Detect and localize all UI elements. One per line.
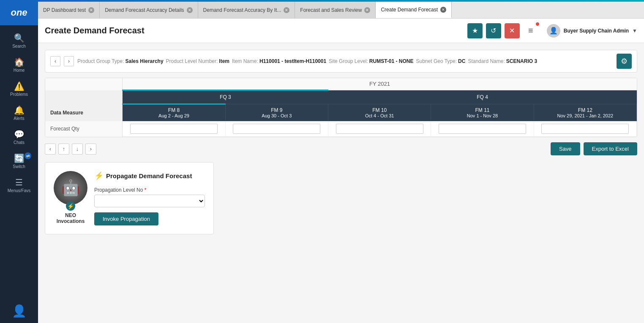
sidebar-item-label-menus: Menus/Favs	[8, 188, 30, 193]
propagation-level-label: Propagation Level No *	[94, 187, 205, 193]
fm8-dates: Aug 2 - Aug 29	[124, 113, 223, 118]
sidebar-item-menus[interactable]: ☰ Menus/Favs	[0, 173, 38, 197]
fm8-label: FM 8	[124, 107, 223, 113]
app-logo[interactable]: one	[0, 0, 38, 25]
sidebar-item-home[interactable]: 🏠 Home	[0, 53, 38, 77]
tab-demand-forecast-by-item[interactable]: Demand Forecast Accuracy By It... ✕	[198, 2, 295, 18]
tab-close-create-demand-forecast[interactable]: ✕	[440, 7, 446, 13]
fm9-header: FM 9 Aug 30 - Oct 3	[225, 104, 328, 121]
forecast-qty-fm11-cell	[431, 121, 534, 137]
fm8-header: FM 8 Aug 2 - Aug 29	[123, 104, 225, 121]
save-button[interactable]: Save	[551, 142, 580, 155]
bottom-up-button[interactable]: ↑	[58, 144, 69, 155]
filter-settings-button[interactable]: ⚙	[617, 54, 632, 69]
notifications-button[interactable]: ≡	[523, 23, 538, 38]
tab-create-demand-forecast[interactable]: Create Demand Forecast ✕	[376, 2, 452, 18]
bottom-down-button[interactable]: ↓	[72, 144, 83, 155]
fq3-header: FQ 3	[123, 90, 328, 104]
fm12-label: FM 12	[536, 107, 635, 113]
page-content: ‹ › Product Group Type: Sales Hierarchy …	[38, 43, 644, 323]
fy-header: FY 2021	[123, 78, 637, 90]
filter-site-group-label: Site Group Level:	[329, 58, 368, 64]
sidebar-item-label-problems: Problems	[10, 92, 28, 97]
tab-label-demand-forecast-accuracy: Demand Forecast Accuracy Details	[105, 7, 184, 13]
forecast-table: FY 2021 FQ 3 FQ 4 Data Measure FM 8 Aug …	[45, 78, 637, 137]
user-name: Buyer Supply Chain Admin	[564, 28, 629, 34]
fm9-dates: Aug 30 - Oct 3	[227, 113, 326, 118]
filter-standard-name: Standard Name: SCENARIO 3	[468, 58, 537, 64]
user-area: 👤 Buyer Supply Chain Admin ▼	[547, 24, 637, 38]
filter-product-level-label: Product Level Number:	[166, 58, 218, 64]
filter-subnet-geo: Subnet Geo Type: DC	[416, 58, 466, 64]
forecast-qty-fm8-input[interactable]	[130, 124, 218, 134]
propagate-title-text: Propagate Demand Forecast	[106, 172, 192, 179]
sidebar-item-chats[interactable]: 💬 Chats	[0, 125, 38, 149]
sidebar-item-label-chats: Chats	[14, 140, 25, 145]
propagation-level-select[interactable]	[94, 195, 205, 207]
sidebar-item-search[interactable]: 🔍 Search	[0, 29, 38, 53]
star-button[interactable]: ★	[467, 23, 483, 38]
settings-icon: ⚙	[621, 57, 628, 66]
filter-product-level: Product Level Number: Item	[166, 58, 229, 64]
logo-text: one	[11, 7, 27, 18]
filter-bar: ‹ › Product Group Type: Sales Hierarchy …	[45, 50, 637, 73]
filter-product-level-val: Item	[219, 58, 229, 64]
filter-site-group-val: RUMST-01 - NONE	[369, 58, 414, 64]
close-button[interactable]: ✕	[505, 23, 520, 38]
filter-tags: Product Group Type: Sales Hierarchy Prod…	[77, 58, 613, 64]
tab-demand-forecast-accuracy[interactable]: Demand Forecast Accuracy Details ✕	[100, 2, 198, 18]
tab-close-demand-forecast-by-item[interactable]: ✕	[284, 7, 289, 13]
forecast-qty-fm11-input[interactable]	[439, 124, 526, 134]
sidebar-item-user[interactable]: 👤	[0, 300, 38, 323]
tab-forecast-sales-review[interactable]: Forecast and Sales Review ✕	[295, 2, 376, 18]
sidebar-item-label-switch: Switch	[13, 164, 25, 169]
tab-close-forecast-sales-review[interactable]: ✕	[364, 7, 370, 13]
export-button[interactable]: Export to Excel	[584, 142, 637, 155]
bottom-next-button[interactable]: ›	[85, 144, 96, 155]
fm10-dates: Oct 4 - Oct 31	[330, 113, 429, 118]
invoke-propagation-button[interactable]: Invoke Propagation	[94, 212, 158, 225]
forecast-table-container: FY 2021 FQ 3 FQ 4 Data Measure FM 8 Aug …	[45, 78, 637, 137]
data-measure-header: Data Measure	[45, 104, 123, 121]
fm12-dates: Nov 29, 2021 - Jan 2, 2022	[536, 113, 635, 118]
filter-product-group-type-val: Sales Hierarchy	[126, 58, 164, 64]
header-bar: Create Demand Forecast ★ ↺ ✕ ≡ 👤 Buyer S…	[38, 19, 644, 43]
menu-icon: ☰	[15, 177, 23, 187]
forecast-qty-fm12-input[interactable]	[541, 124, 629, 134]
bolt-icon: ⚡	[94, 171, 104, 180]
forecast-qty-label: Forecast Qty	[45, 121, 123, 137]
propagate-panel: ⚡ NEOInvocations ⚡ Propagate Demand Fore…	[45, 162, 214, 234]
switch-icon: 🔄	[14, 153, 25, 163]
user-dropdown-arrow[interactable]: ▼	[632, 28, 637, 34]
tab-dp-dashboard[interactable]: DP Dashboard test ✕	[38, 2, 100, 18]
sidebar: one 🔍 Search 🏠 Home ⚠️ Problems 🔔 Alerts…	[0, 0, 38, 323]
menu-lines-icon: ≡	[528, 26, 533, 35]
sidebar-item-switch[interactable]: 🔄 ⇄ Switch	[0, 149, 38, 173]
filter-prev-button[interactable]: ‹	[50, 56, 60, 66]
fm10-label: FM 10	[330, 107, 429, 113]
forecast-qty-fm9-input[interactable]	[233, 124, 320, 134]
filter-item-name-val: H110001 - testItem-H110001	[259, 58, 326, 64]
table-row-forecast-qty: Forecast Qty	[45, 121, 637, 137]
forecast-qty-fm10-input[interactable]	[336, 124, 423, 134]
table-empty-cell	[45, 78, 123, 90]
sidebar-item-alerts[interactable]: 🔔 Alerts	[0, 101, 38, 125]
bottom-prev-button[interactable]: ‹	[45, 144, 56, 155]
sidebar-item-problems[interactable]: ⚠️ Problems	[0, 77, 38, 101]
user-avatar: 👤	[547, 24, 560, 38]
neo-avatar: ⚡ NEOInvocations	[54, 171, 87, 225]
main-content: DP Dashboard test ✕ Demand Forecast Accu…	[38, 0, 644, 323]
action-buttons: Save Export to Excel	[551, 142, 637, 155]
refresh-button[interactable]: ↺	[486, 23, 501, 38]
user-avatar-icon: 👤	[12, 304, 27, 318]
tab-close-demand-forecast-accuracy[interactable]: ✕	[187, 7, 193, 13]
filter-standard-name-val: SCENARIO 3	[506, 58, 537, 64]
bottom-controls: ‹ ↑ ↓ › Save Export to Excel	[45, 142, 637, 155]
required-star: *	[145, 187, 147, 193]
forecast-qty-fm9-cell	[225, 121, 328, 137]
fm9-label: FM 9	[227, 107, 326, 113]
filter-next-button[interactable]: ›	[64, 56, 74, 66]
tab-label-create-demand-forecast: Create Demand Forecast	[381, 7, 438, 13]
tab-close-dp-dashboard[interactable]: ✕	[88, 7, 94, 13]
propagate-form: ⚡ Propagate Demand Forecast Propagation …	[94, 171, 205, 225]
